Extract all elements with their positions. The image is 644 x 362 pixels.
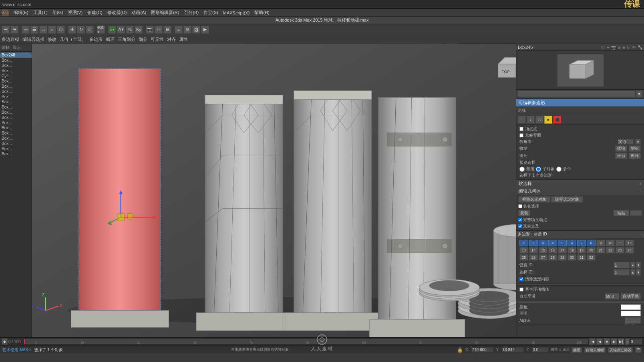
- num-cell-27[interactable]: 27: [539, 254, 547, 261]
- scene-item-19[interactable]: Box...: [0, 151, 32, 157]
- poly-matid-header[interactable]: 多边形：材质 ID -: [516, 231, 644, 238]
- rotate-btn[interactable]: ↻: [77, 26, 85, 34]
- num-cell-6[interactable]: 6: [568, 240, 576, 246]
- y-input[interactable]: [502, 347, 524, 353]
- z-input[interactable]: [532, 347, 548, 353]
- num-cell-8[interactable]: 8: [587, 240, 596, 246]
- camera-btn[interactable]: 📷: [146, 26, 154, 34]
- num-cell-29[interactable]: 29: [558, 254, 567, 261]
- num-cell-18[interactable]: 18: [568, 247, 576, 253]
- named-sel-check[interactable]: [518, 204, 522, 208]
- scene-item-14[interactable]: Box...: [0, 125, 32, 131]
- sub-editable[interactable]: 编辑器选择: [22, 36, 44, 42]
- sub-loop[interactable]: 循环: [106, 36, 115, 42]
- num-cell-32[interactable]: 32: [587, 254, 596, 261]
- paste-val[interactable]: [630, 210, 642, 216]
- scene-item-5[interactable]: Box...: [0, 78, 32, 84]
- clear-sel-check[interactable]: [519, 277, 523, 281]
- x-input[interactable]: [471, 347, 493, 353]
- menu-maxscript[interactable]: MAXScript(X): [223, 10, 250, 15]
- menu-graph-editor[interactable]: 图形编辑器(R): [151, 10, 179, 16]
- stop-btn[interactable]: ■: [604, 338, 610, 345]
- paste-named-btn[interactable]: 粘贴: [613, 210, 629, 216]
- illum-swatch[interactable]: [621, 311, 641, 316]
- full-interactivity-check[interactable]: [518, 218, 522, 222]
- prev-subobj-radio[interactable]: [536, 167, 541, 172]
- menu-modifier[interactable]: 修改器(O): [107, 10, 127, 16]
- num-cell-19[interactable]: 19: [577, 247, 586, 253]
- menu-group[interactable]: 组(G): [52, 10, 63, 16]
- undo-btn[interactable]: ↩: [2, 26, 10, 34]
- num-cell-25[interactable]: 25: [519, 254, 528, 261]
- num-cell-15[interactable]: 15: [539, 247, 547, 253]
- num-cell-24[interactable]: 24: [625, 247, 634, 253]
- scene-item-17[interactable]: Box...: [0, 141, 32, 146]
- check-planes-check[interactable]: [518, 224, 522, 228]
- autosmooth-input[interactable]: [605, 293, 619, 300]
- play-btn[interactable]: ▶: [611, 338, 617, 345]
- ignore-back-check[interactable]: [519, 133, 523, 137]
- scene-item-6[interactable]: Box...: [0, 84, 32, 89]
- scene-item-16[interactable]: Box...: [0, 136, 32, 141]
- scene-item-13[interactable]: Box...: [0, 120, 32, 125]
- layer-btn[interactable]: ≡: [175, 26, 183, 34]
- anim-mode-btn[interactable]: 自动关键帧: [584, 347, 606, 353]
- num-cell-13[interactable]: 13: [519, 247, 528, 253]
- set-id-up[interactable]: ▲: [630, 262, 635, 268]
- xform-btn[interactable]: ⚙: [183, 26, 191, 34]
- scene-item-8[interactable]: Box...: [0, 94, 32, 99]
- set-id-dn[interactable]: ▼: [636, 262, 641, 268]
- num-cell-14[interactable]: 14: [529, 247, 538, 253]
- sel-border-btn[interactable]: ⬡: [535, 116, 543, 124]
- select-by-name-btn[interactable]: ☰: [30, 26, 38, 34]
- scene-item-10[interactable]: Box...: [0, 105, 32, 110]
- scene-item-2[interactable]: Box...: [0, 63, 32, 68]
- snap-toggle-btn[interactable]: S▾: [108, 26, 116, 34]
- sub-geom[interactable]: 几何（全部）: [60, 36, 86, 42]
- num-cell-3[interactable]: 3: [539, 240, 547, 246]
- sel-poly-btn[interactable]: ■: [544, 116, 552, 124]
- sub-divide[interactable]: 细分: [139, 36, 147, 42]
- maxscript-listener-btn[interactable]: ☰: [635, 347, 642, 353]
- mirror-btn[interactable]: ⇔: [155, 26, 163, 34]
- autosmooth-btn[interactable]: 自动平整: [621, 293, 641, 300]
- select-id-dn[interactable]: ▼: [636, 269, 641, 276]
- num-cell-31[interactable]: 31: [577, 254, 586, 261]
- ref-coord-btn[interactable]: 视图▾: [97, 26, 105, 34]
- editable-poly-item[interactable]: 可编辑多边形: [516, 99, 644, 107]
- render-btn[interactable]: ▶: [201, 26, 209, 34]
- scene-item-15[interactable]: Box...: [0, 131, 32, 136]
- set-id-input[interactable]: [614, 262, 630, 268]
- current-frame-input[interactable]: [630, 338, 642, 345]
- viewport[interactable]: [+][透视][真实·叠加]: [32, 44, 516, 337]
- num-cell-20[interactable]: 20: [587, 247, 596, 253]
- num-cell-11[interactable]: 11: [616, 240, 624, 246]
- scene-item-4[interactable]: Cyli...: [0, 73, 32, 78]
- align-btn[interactable]: ⊟: [163, 26, 171, 34]
- num-cell-1[interactable]: 1: [519, 240, 528, 246]
- scene-item-18[interactable]: Box...: [0, 146, 32, 151]
- select-btn[interactable]: ⊹: [22, 26, 30, 34]
- copy-named-btn[interactable]: 复制: [518, 210, 530, 216]
- num-cell-9[interactable]: 9: [596, 240, 605, 246]
- snap-toggle-status[interactable]: 捕捉: [572, 347, 582, 353]
- move-btn[interactable]: ✛: [68, 26, 76, 34]
- scene-item-0[interactable]: Box248: [0, 52, 32, 58]
- scene-item-7[interactable]: Box...: [0, 89, 32, 94]
- color-swatch[interactable]: [621, 304, 641, 310]
- sub-modify[interactable]: 修改: [48, 36, 56, 42]
- menu-edit[interactable]: 编辑(E): [14, 10, 28, 16]
- sub-poly[interactable]: 多边形: [89, 36, 103, 42]
- halfinterp-check[interactable]: [519, 288, 523, 292]
- num-cell-22[interactable]: 22: [606, 247, 615, 253]
- num-cell-30[interactable]: 30: [568, 254, 576, 261]
- num-cell-4[interactable]: 4: [548, 240, 557, 246]
- sub-create[interactable]: 多边建模: [2, 36, 19, 42]
- rect-select-btn[interactable]: ▭: [39, 26, 47, 34]
- num-cell-7[interactable]: 7: [577, 240, 586, 246]
- angle-snap-btn[interactable]: A▾: [117, 26, 125, 34]
- scene-item-11[interactable]: Box...: [0, 110, 32, 115]
- num-cell-28[interactable]: 28: [548, 254, 557, 261]
- menu-animation[interactable]: 动画(A): [131, 10, 146, 16]
- num-cell-10[interactable]: 10: [606, 240, 615, 246]
